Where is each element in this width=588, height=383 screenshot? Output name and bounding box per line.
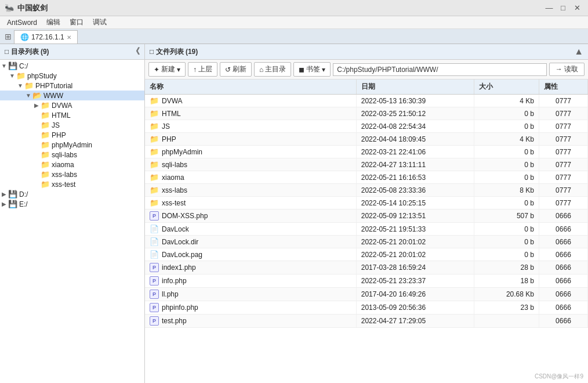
left-panel-header: □ 目录列表 (9) 《 [0,44,144,60]
tree-icon-PHPTutorial: 📁 [24,81,34,90]
folder-icon: 📁 [150,109,159,118]
file-name-label: JS [162,122,170,131]
table-row[interactable]: 📁PHP2022-04-04 18:09:454 Kb0777 [145,133,588,146]
tree-toggle-phpStudy[interactable]: ▼ [8,73,16,79]
tree-node-sqli-labs[interactable]: 📁sqli-labs [0,150,144,160]
table-row[interactable]: Pll.php2017-04-20 16:49:2620.68 Kb0666 [145,288,588,301]
folder-icon: 📁 [150,160,159,169]
tree-node-phpMyAdmin[interactable]: 📁phpMyAdmin [0,140,144,150]
new-button[interactable]: ✦ 新建 ▾ [148,62,186,77]
table-row[interactable]: 📄DavLock.pag2022-05-21 20:01:020 b0666 [145,248,588,261]
maximize-button[interactable]: □ [557,2,569,15]
tree-node-DVWA[interactable]: ▶📁DVWA [0,100,144,110]
table-row[interactable]: 📁JS2022-04-08 22:54:340 b0777 [145,120,588,133]
table-row[interactable]: Pphpinfo.php2013-05-09 20:56:3623 b0666 [145,301,588,315]
menu-item-调试[interactable]: 调试 [88,16,111,28]
collapse-icon[interactable]: 《 [132,46,140,57]
file-size: 18 b [474,274,539,288]
table-row[interactable]: 📁HTML2022-03-25 21:50:120 b0777 [145,107,588,120]
close-button[interactable]: ✕ [571,2,583,15]
file-attr: 0666 [539,236,587,248]
tree-node-xss-labs[interactable]: 📁xss-labs [0,169,144,179]
table-row[interactable]: 📄DavLock.dir2022-05-21 20:01:020 b0666 [145,236,588,248]
tree-node-e_drive[interactable]: ▶💾E:/ [0,199,144,209]
table-row[interactable]: 📁phpMyAdmin2022-03-21 22:41:060 b0777 [145,146,588,158]
folder-icon: 📁 [150,135,159,143]
bookmark-button[interactable]: ◼ 书签 ▾ [293,62,331,77]
file-attr: 0777 [539,133,587,146]
tree-node-xiaoma[interactable]: 📁xiaoma [0,160,144,169]
up-button[interactable]: ↑ 上层 [188,62,217,77]
tree-node-PHP[interactable]: 📁PHP [0,130,144,140]
file-date: 2022-04-27 13:11:11 [356,158,474,171]
file-attr: 0666 [539,274,587,288]
file-attr: 0666 [539,209,587,223]
file-date: 2022-04-08 22:54:34 [356,120,474,133]
file-tbody: 📁DVWA2022-05-13 16:30:394 Kb0777📁HTML202… [145,95,588,328]
menu-item-AntSword[interactable]: AntSword [2,17,42,28]
file-date: 2022-04-27 17:29:05 [356,315,474,328]
tree-label-e_drive: E:/ [19,200,28,208]
tree-toggle-PHPTutorial[interactable]: ▼ [16,82,24,89]
table-row[interactable]: Pinfo.php2022-05-21 23:23:3718 b0666 [145,274,588,288]
tree-toggle-c_drive[interactable]: ▼ [0,63,8,69]
tree-node-PHPTutorial[interactable]: ▼📁PHPTutorial [0,81,144,91]
tree-label-HTML: HTML [52,111,71,120]
table-row[interactable]: 📁xss-labs2022-05-08 23:33:368 Kb0777 [145,184,588,197]
file-size: 0 b [474,171,539,184]
tree-toggle-WWW[interactable]: ▼ [24,92,32,99]
tabbar: ⊞ 🌐 172.16.1.1 ✕ [0,29,588,44]
file-size: 507 b [474,209,539,223]
bookmark-label: 书签 [306,64,320,74]
read-button[interactable]: → 读取 [549,63,585,76]
file-table: 名称 日期 大小 属性 📁DVWA2022-05-13 16:30:394 Kb… [145,80,588,328]
path-input[interactable] [333,63,546,76]
tree-node-phpStudy[interactable]: ▼📁phpStudy [0,71,144,81]
table-row[interactable]: 📁sqli-labs2022-04-27 13:11:110 b0777 [145,158,588,171]
file-name-label: HTML [162,110,181,118]
tree-node-HTML[interactable]: 📁HTML [0,110,144,120]
right-panel-header: □ 文件列表 (19) ▲ [145,44,588,60]
file-size: 4 Kb [474,95,539,107]
file-date: 2022-03-21 22:41:06 [356,146,474,158]
table-row[interactable]: PDOM-XSS.php2022-05-09 12:13:51507 b0666 [145,209,588,223]
main-tab[interactable]: 🌐 172.16.1.1 ✕ [14,30,78,44]
tree-node-d_drive[interactable]: ▶💾D:/ [0,189,144,199]
tree-node-xss-test[interactable]: 📁xss-test [0,179,144,189]
file-attr: 0777 [539,184,587,197]
tab-close-icon[interactable]: ✕ [67,34,71,41]
table-row[interactable]: 📁xss-test2022-05-14 10:25:150 b0777 [145,197,588,209]
table-row[interactable]: 📄DavLock2022-05-21 19:51:330 b0666 [145,223,588,236]
tree-toggle-DVWA[interactable]: ▶ [32,102,41,109]
table-row[interactable]: 📁DVWA2022-05-13 16:30:394 Kb0777 [145,95,588,107]
col-header-size: 大小 [474,80,539,95]
refresh-button[interactable]: ↺ 刷新 [220,62,252,77]
tree-toggle-d_drive[interactable]: ▶ [0,191,8,197]
home-button[interactable]: ⌂ 主目录 [254,62,291,77]
table-row[interactable]: Ptest.php2022-04-27 17:29:050666 [145,315,588,328]
file-attr: 0777 [539,146,587,158]
titlebar: 🐜 中国蚁剑 — □ ✕ [0,0,588,16]
tree-toggle-e_drive[interactable]: ▶ [0,201,8,207]
minimize-button[interactable]: — [543,2,556,15]
home-label: 主目录 [265,64,286,74]
bookmark-dropdown-icon: ▾ [322,66,325,74]
file-size: 8 Kb [474,184,539,197]
file-size: 0 b [474,197,539,209]
table-row[interactable]: Pindex1.php2017-03-28 16:59:2428 b0666 [145,261,588,274]
file-attr: 0777 [539,197,587,209]
tree-node-WWW[interactable]: ▼📂WWW [0,91,144,100]
tree-area: ▼💾C:/▼📁phpStudy▼📁PHPTutorial▼📂WWW▶📁DVWA … [0,60,144,383]
menu-item-编辑[interactable]: 编辑 [42,16,65,28]
table-header-row: 名称 日期 大小 属性 [145,80,588,95]
tree-label-JS: JS [52,121,60,129]
menu-item-窗口[interactable]: 窗口 [65,16,88,28]
file-size: 4 Kb [474,133,539,146]
tree-node-JS[interactable]: 📁JS [0,120,144,130]
table-row[interactable]: 📁xiaoma2022-05-21 16:16:530 b0777 [145,171,588,184]
expand-icon[interactable]: ▲ [574,46,583,57]
file-attr: 0666 [539,248,587,261]
tree-node-c_drive[interactable]: ▼💾C:/ [0,61,144,71]
main-layout: □ 目录列表 (9) 《 ▼💾C:/▼📁phpStudy▼📁PHPTutoria… [0,44,588,383]
folder-icon: 📁 [150,186,159,194]
